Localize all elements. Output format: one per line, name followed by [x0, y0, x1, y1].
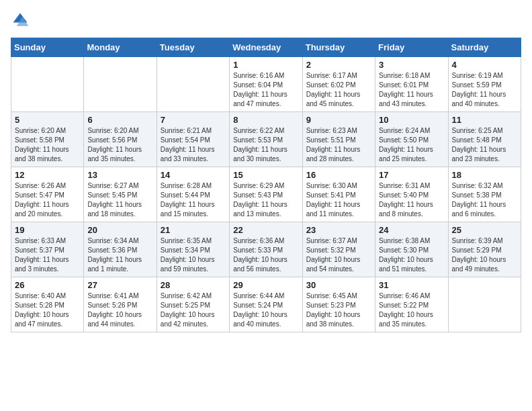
calendar-cell	[11, 57, 84, 112]
calendar-cell: 12Sunrise: 6:26 AMSunset: 5:47 PMDayligh…	[11, 167, 84, 222]
day-info: Sunrise: 6:35 AMSunset: 5:34 PMDaylight:…	[161, 236, 226, 274]
day-number: 21	[161, 225, 226, 235]
day-number: 17	[379, 170, 444, 180]
calendar-cell: 5Sunrise: 6:20 AMSunset: 5:58 PMDaylight…	[11, 112, 84, 167]
calendar-cell: 16Sunrise: 6:30 AMSunset: 5:41 PMDayligh…	[302, 167, 375, 222]
day-info: Sunrise: 6:25 AMSunset: 5:48 PMDaylight:…	[452, 126, 517, 164]
calendar-week-row: 19Sunrise: 6:33 AMSunset: 5:37 PMDayligh…	[11, 222, 521, 277]
day-number: 19	[15, 225, 80, 235]
calendar-week-row: 12Sunrise: 6:26 AMSunset: 5:47 PMDayligh…	[11, 167, 521, 222]
day-info: Sunrise: 6:45 AMSunset: 5:23 PMDaylight:…	[306, 291, 371, 329]
day-number: 28	[161, 280, 226, 290]
day-number: 16	[306, 170, 371, 180]
calendar-cell: 24Sunrise: 6:38 AMSunset: 5:30 PMDayligh…	[375, 222, 448, 277]
calendar-week-row: 1Sunrise: 6:16 AMSunset: 6:04 PMDaylight…	[11, 57, 521, 112]
calendar-cell: 28Sunrise: 6:42 AMSunset: 5:25 PMDayligh…	[157, 277, 229, 332]
day-info: Sunrise: 6:20 AMSunset: 5:56 PMDaylight:…	[87, 126, 152, 164]
day-number: 2	[306, 60, 371, 70]
calendar-cell: 11Sunrise: 6:25 AMSunset: 5:48 PMDayligh…	[448, 112, 521, 167]
calendar-cell	[157, 57, 229, 112]
calendar-cell: 19Sunrise: 6:33 AMSunset: 5:37 PMDayligh…	[11, 222, 84, 277]
day-number: 27	[87, 280, 152, 290]
calendar-cell: 4Sunrise: 6:19 AMSunset: 5:59 PMDaylight…	[448, 57, 521, 112]
calendar-week-row: 26Sunrise: 6:40 AMSunset: 5:28 PMDayligh…	[11, 277, 521, 332]
day-number: 31	[379, 280, 444, 290]
day-header-tuesday: Tuesday	[157, 38, 229, 57]
calendar-cell: 13Sunrise: 6:27 AMSunset: 5:45 PMDayligh…	[84, 167, 157, 222]
calendar-cell: 23Sunrise: 6:37 AMSunset: 5:32 PMDayligh…	[302, 222, 375, 277]
day-number: 18	[452, 170, 517, 180]
day-info: Sunrise: 6:19 AMSunset: 5:59 PMDaylight:…	[452, 71, 517, 109]
day-number: 11	[452, 115, 517, 125]
calendar-cell: 18Sunrise: 6:32 AMSunset: 5:38 PMDayligh…	[448, 167, 521, 222]
day-info: Sunrise: 6:28 AMSunset: 5:44 PMDaylight:…	[161, 181, 226, 219]
day-info: Sunrise: 6:27 AMSunset: 5:45 PMDaylight:…	[87, 181, 152, 219]
day-number: 23	[306, 225, 371, 235]
day-number: 14	[161, 170, 226, 180]
day-info: Sunrise: 6:24 AMSunset: 5:50 PMDaylight:…	[379, 126, 444, 164]
calendar-cell	[448, 277, 521, 332]
logo-icon	[11, 11, 30, 30]
day-info: Sunrise: 6:42 AMSunset: 5:25 PMDaylight:…	[161, 291, 226, 329]
calendar-cell: 10Sunrise: 6:24 AMSunset: 5:50 PMDayligh…	[375, 112, 448, 167]
calendar-cell: 7Sunrise: 6:21 AMSunset: 5:54 PMDaylight…	[157, 112, 229, 167]
calendar-week-row: 5Sunrise: 6:20 AMSunset: 5:58 PMDaylight…	[11, 112, 521, 167]
day-number: 26	[15, 280, 80, 290]
day-info: Sunrise: 6:40 AMSunset: 5:28 PMDaylight:…	[15, 291, 80, 329]
day-info: Sunrise: 6:41 AMSunset: 5:26 PMDaylight:…	[87, 291, 152, 329]
logo	[11, 11, 32, 30]
day-number: 9	[306, 115, 371, 125]
day-number: 7	[161, 115, 226, 125]
day-info: Sunrise: 6:34 AMSunset: 5:36 PMDaylight:…	[87, 236, 152, 274]
calendar-cell: 25Sunrise: 6:39 AMSunset: 5:29 PMDayligh…	[448, 222, 521, 277]
day-info: Sunrise: 6:30 AMSunset: 5:41 PMDaylight:…	[306, 181, 371, 219]
day-info: Sunrise: 6:18 AMSunset: 6:01 PMDaylight:…	[379, 71, 444, 109]
calendar-cell: 2Sunrise: 6:17 AMSunset: 6:02 PMDaylight…	[302, 57, 375, 112]
day-header-saturday: Saturday	[448, 38, 521, 57]
day-info: Sunrise: 6:38 AMSunset: 5:30 PMDaylight:…	[379, 236, 444, 274]
calendar-cell: 14Sunrise: 6:28 AMSunset: 5:44 PMDayligh…	[157, 167, 229, 222]
day-info: Sunrise: 6:17 AMSunset: 6:02 PMDaylight:…	[306, 71, 371, 109]
day-info: Sunrise: 6:31 AMSunset: 5:40 PMDaylight:…	[379, 181, 444, 219]
day-info: Sunrise: 6:20 AMSunset: 5:58 PMDaylight:…	[15, 126, 80, 164]
day-info: Sunrise: 6:46 AMSunset: 5:22 PMDaylight:…	[379, 291, 444, 329]
day-info: Sunrise: 6:29 AMSunset: 5:43 PMDaylight:…	[233, 181, 298, 219]
page-header	[11, 11, 521, 30]
calendar-cell: 3Sunrise: 6:18 AMSunset: 6:01 PMDaylight…	[375, 57, 448, 112]
calendar-header-row: SundayMondayTuesdayWednesdayThursdayFrid…	[11, 38, 521, 57]
day-number: 8	[233, 115, 298, 125]
calendar-cell: 8Sunrise: 6:22 AMSunset: 5:53 PMDaylight…	[230, 112, 302, 167]
calendar-table: SundayMondayTuesdayWednesdayThursdayFrid…	[11, 38, 521, 332]
day-number: 1	[233, 60, 298, 70]
day-header-wednesday: Wednesday	[230, 38, 302, 57]
calendar-cell: 26Sunrise: 6:40 AMSunset: 5:28 PMDayligh…	[11, 277, 84, 332]
day-info: Sunrise: 6:32 AMSunset: 5:38 PMDaylight:…	[452, 181, 517, 219]
day-number: 4	[452, 60, 517, 70]
day-number: 25	[452, 225, 517, 235]
day-info: Sunrise: 6:37 AMSunset: 5:32 PMDaylight:…	[306, 236, 371, 274]
calendar-cell: 30Sunrise: 6:45 AMSunset: 5:23 PMDayligh…	[302, 277, 375, 332]
calendar-cell: 6Sunrise: 6:20 AMSunset: 5:56 PMDaylight…	[84, 112, 157, 167]
calendar-cell: 15Sunrise: 6:29 AMSunset: 5:43 PMDayligh…	[230, 167, 302, 222]
day-info: Sunrise: 6:16 AMSunset: 6:04 PMDaylight:…	[233, 71, 298, 109]
calendar-cell: 17Sunrise: 6:31 AMSunset: 5:40 PMDayligh…	[375, 167, 448, 222]
day-info: Sunrise: 6:23 AMSunset: 5:51 PMDaylight:…	[306, 126, 371, 164]
day-header-thursday: Thursday	[302, 38, 375, 57]
day-number: 13	[87, 170, 152, 180]
calendar-cell: 9Sunrise: 6:23 AMSunset: 5:51 PMDaylight…	[302, 112, 375, 167]
calendar-cell: 20Sunrise: 6:34 AMSunset: 5:36 PMDayligh…	[84, 222, 157, 277]
day-info: Sunrise: 6:36 AMSunset: 5:33 PMDaylight:…	[233, 236, 298, 274]
day-header-friday: Friday	[375, 38, 448, 57]
day-info: Sunrise: 6:21 AMSunset: 5:54 PMDaylight:…	[161, 126, 226, 164]
day-number: 29	[233, 280, 298, 290]
day-number: 3	[379, 60, 444, 70]
day-info: Sunrise: 6:33 AMSunset: 5:37 PMDaylight:…	[15, 236, 80, 274]
day-info: Sunrise: 6:44 AMSunset: 5:24 PMDaylight:…	[233, 291, 298, 329]
day-header-sunday: Sunday	[11, 38, 84, 57]
day-info: Sunrise: 6:39 AMSunset: 5:29 PMDaylight:…	[452, 236, 517, 274]
day-number: 22	[233, 225, 298, 235]
day-header-monday: Monday	[84, 38, 157, 57]
day-number: 12	[15, 170, 80, 180]
day-number: 6	[87, 115, 152, 125]
calendar-cell: 29Sunrise: 6:44 AMSunset: 5:24 PMDayligh…	[230, 277, 302, 332]
